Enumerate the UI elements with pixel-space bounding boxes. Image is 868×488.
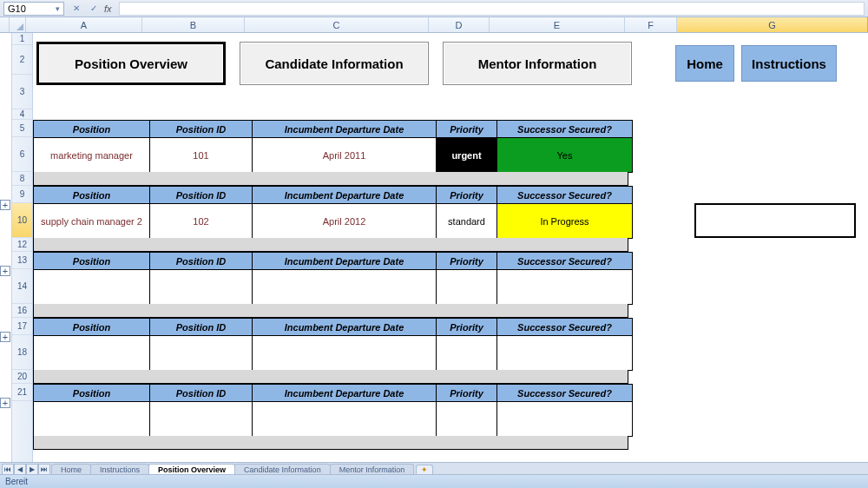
- formula-input[interactable]: [119, 2, 865, 16]
- outline-expand-icon[interactable]: +: [0, 266, 10, 276]
- table-cell[interactable]: [437, 270, 497, 305]
- tab-first-icon[interactable]: ⏮: [2, 464, 14, 474]
- table-cell[interactable]: [34, 336, 150, 371]
- table-header: Incumbent Departure Date: [253, 121, 437, 138]
- position-table: PositionPosition IDIncumbent Departure D…: [33, 318, 633, 371]
- sheet-tab[interactable]: Candidate Information: [234, 464, 331, 474]
- table-header: Position: [34, 121, 150, 138]
- table-cell[interactable]: 102: [150, 204, 253, 239]
- row-header[interactable]: 21: [12, 384, 32, 401]
- table-cell[interactable]: Yes: [497, 138, 633, 173]
- table-header: Priority: [437, 385, 497, 402]
- table-cell[interactable]: [253, 402, 437, 437]
- outline-expand-icon[interactable]: +: [0, 398, 10, 408]
- table-cell[interactable]: urgent: [437, 138, 497, 173]
- row-header[interactable]: 8: [12, 172, 32, 186]
- selected-cell[interactable]: [694, 203, 856, 238]
- table-cell[interactable]: [437, 402, 497, 437]
- tab-prev-icon[interactable]: ◀: [14, 464, 26, 474]
- table-cell[interactable]: [150, 336, 253, 371]
- sheet-tab[interactable]: Instructions: [90, 464, 149, 474]
- table-cell[interactable]: [253, 270, 437, 305]
- outline-expand-icon[interactable]: +: [0, 332, 10, 342]
- name-box-value: G10: [8, 3, 26, 14]
- row-header[interactable]: 13: [12, 252, 32, 269]
- row-header[interactable]: 1: [12, 33, 32, 45]
- table-cell[interactable]: [253, 336, 437, 371]
- formula-area: ✕ ✓ fx: [69, 2, 865, 16]
- table-cell[interactable]: In Progress: [497, 204, 633, 239]
- column-header[interactable]: A: [26, 17, 142, 32]
- table-cell[interactable]: [34, 270, 150, 305]
- column-header[interactable]: D: [429, 17, 490, 32]
- table-header: Successor Secured?: [497, 253, 633, 270]
- cancel-formula-icon[interactable]: ✕: [69, 2, 83, 16]
- tab-next-icon[interactable]: ▶: [26, 464, 38, 474]
- spacer-band: [33, 436, 628, 450]
- table-cell[interactable]: supply chain manager 2: [34, 204, 150, 239]
- row-header[interactable]: 14: [12, 269, 32, 304]
- new-sheet-icon: ✦: [421, 465, 428, 474]
- row-header[interactable]: 9: [12, 186, 32, 203]
- row-header[interactable]: 3: [12, 75, 32, 109]
- table-cell[interactable]: [497, 336, 633, 371]
- table-cell[interactable]: [150, 402, 253, 437]
- row-header[interactable]: 4: [12, 109, 32, 120]
- table-header: Successor Secured?: [497, 319, 633, 336]
- table-cell[interactable]: [497, 270, 633, 305]
- new-sheet-tab[interactable]: ✦: [416, 465, 433, 474]
- table-cell[interactable]: 101: [150, 138, 253, 173]
- instructions-link[interactable]: Instructions: [741, 45, 837, 82]
- accept-formula-icon[interactable]: ✓: [87, 2, 101, 16]
- outline-expand-icon[interactable]: +: [0, 200, 10, 210]
- spacer-band: [33, 370, 628, 384]
- row-header[interactable]: 18: [12, 335, 32, 370]
- column-header[interactable]: C: [245, 17, 429, 32]
- row-header[interactable]: 12: [12, 238, 32, 252]
- table-header: Position ID: [150, 385, 253, 402]
- formula-bar: G10 ▾ ✕ ✓ fx: [0, 0, 868, 17]
- column-header[interactable]: G: [677, 17, 868, 32]
- table-cell[interactable]: standard: [437, 204, 497, 239]
- sheet-tabs-bar: ⏮ ◀ ▶ ⏭ HomeInstructionsPosition Overvie…: [0, 462, 868, 474]
- column-header[interactable]: B: [142, 17, 245, 32]
- row-header[interactable]: 20: [12, 370, 32, 384]
- table-header: Priority: [437, 253, 497, 270]
- position-table: PositionPosition IDIncumbent Departure D…: [33, 120, 633, 173]
- row-header[interactable]: 10: [12, 203, 32, 238]
- table-cell[interactable]: [34, 402, 150, 437]
- mentor-information-button[interactable]: Mentor Information: [443, 42, 632, 85]
- sheet-tab[interactable]: Mentor Information: [330, 464, 415, 474]
- table-cell[interactable]: [150, 270, 253, 305]
- row-header[interactable]: 6: [12, 137, 32, 172]
- sheet-tab[interactable]: Position Overview: [148, 464, 235, 474]
- home-link[interactable]: Home: [675, 45, 734, 82]
- table-cell[interactable]: [497, 402, 633, 437]
- row-header[interactable]: 5: [12, 120, 32, 137]
- table-header: Priority: [437, 121, 497, 138]
- sheet-tab[interactable]: Home: [51, 464, 91, 474]
- table-cell[interactable]: April 2011: [253, 138, 437, 173]
- table-cell[interactable]: [437, 336, 497, 371]
- column-header[interactable]: E: [490, 17, 625, 32]
- spreadsheet-grid[interactable]: Position Overview Candidate Information …: [33, 33, 868, 462]
- position-overview-button[interactable]: Position Overview: [36, 42, 226, 85]
- row-header[interactable]: 16: [12, 304, 32, 318]
- select-all-corner[interactable]: [10, 17, 26, 32]
- button-label: Candidate Information: [265, 56, 403, 71]
- tab-nav: ⏮ ◀ ▶ ⏭: [0, 464, 52, 474]
- status-text: Bereit: [5, 477, 28, 486]
- chevron-down-icon[interactable]: ▾: [56, 4, 60, 13]
- row-header[interactable]: 17: [12, 318, 32, 335]
- name-box[interactable]: G10 ▾: [3, 2, 64, 16]
- position-table: PositionPosition IDIncumbent Departure D…: [33, 252, 633, 305]
- candidate-information-button[interactable]: Candidate Information: [240, 42, 429, 85]
- table-header: Position ID: [150, 121, 253, 138]
- table-cell[interactable]: April 2012: [253, 204, 437, 239]
- tab-last-icon[interactable]: ⏭: [38, 464, 50, 474]
- column-header[interactable]: F: [625, 17, 677, 32]
- table-cell[interactable]: marketing manager: [34, 138, 150, 173]
- row-header[interactable]: 2: [12, 45, 32, 75]
- table-header: Position: [34, 385, 150, 402]
- fx-icon[interactable]: fx: [104, 3, 112, 14]
